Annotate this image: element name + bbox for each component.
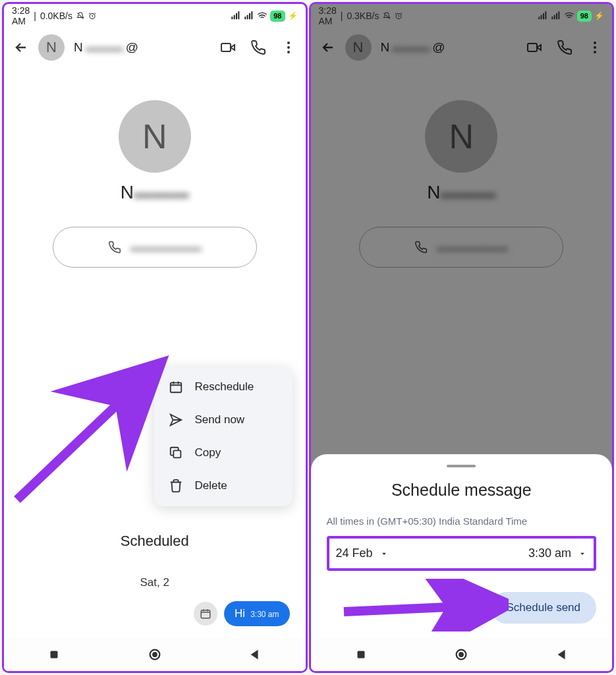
back-icon[interactable] [13,40,29,55]
video-call-icon[interactable] [526,40,542,55]
calendar-icon [169,380,183,394]
back-icon[interactable] [320,40,336,55]
svg-point-2 [287,42,290,44]
nav-bar [4,638,306,671]
wifi-icon [257,11,267,21]
trash-icon [169,479,183,493]
svg-point-16 [594,51,596,53]
header-name[interactable]: N▬▬▬ @ [74,40,138,55]
header-avatar[interactable]: N [38,34,65,61]
profile-name: N▬▬▬ [427,182,495,203]
scheduled-sheet: Scheduled Sat, 2 Hi 3:30 am [4,510,306,638]
chat-header: N N▬▬▬ @ [311,28,613,67]
nav-bar [311,638,613,671]
svg-rect-1 [221,44,231,51]
nav-recents-icon[interactable] [354,647,368,662]
svg-point-3 [287,46,290,49]
nav-home-icon[interactable] [454,647,468,662]
send-icon [169,413,183,427]
menu-send-now[interactable]: Send now [154,403,293,436]
chat-header: N N▬▬▬ @ [4,28,306,67]
copy-icon [169,446,183,460]
svg-point-15 [594,46,596,49]
header-avatar[interactable]: N [345,34,372,61]
wifi-icon [564,11,574,21]
phone-number-pill[interactable]: ▬▬▬▬▬▬ [53,227,257,268]
nav-back-icon[interactable] [555,647,569,662]
date-picker[interactable]: 24 Feb [336,546,389,560]
menu-copy[interactable]: Copy [154,436,293,469]
profile-name: N▬▬▬ [121,182,189,203]
svg-point-14 [594,42,596,44]
menu-delete[interactable]: Delete [154,469,293,502]
nav-back-icon[interactable] [248,647,262,662]
svg-point-20 [460,653,464,657]
status-time: 3:28 AM [319,5,337,26]
status-data: 0.0KB/s [40,11,72,21]
battery-badge: 98 [577,11,592,22]
scheduled-date: Sat, 2 [20,576,290,589]
profile-avatar[interactable]: N [119,100,191,173]
phone-number-pill[interactable]: ▬▬▬▬▬▬ [359,227,563,268]
voice-call-icon[interactable] [557,40,573,55]
schedule-sheet: Schedule message All times in (GMT+05:30… [311,454,613,638]
svg-rect-7 [173,450,181,457]
datetime-row: 24 Feb 3:30 am [327,536,597,571]
phone-left: 3:28 AM | 0.0KB/s 98 ⚡ N N▬▬▬ @ N [2,2,308,673]
signal-icon [231,11,241,21]
drag-handle[interactable] [447,465,476,467]
notification-off-icon [383,12,391,20]
svg-rect-5 [201,610,210,618]
scheduled-title: Scheduled [20,533,290,550]
profile-avatar[interactable]: N [425,100,497,173]
schedule-title: Schedule message [327,481,597,500]
signal-icon [538,11,548,21]
status-bar: 3:28 AM | 0.3KB/s 98 ⚡ [311,4,613,28]
nav-recents-icon[interactable] [47,647,61,662]
context-menu: Reschedule Send now Copy Delete [154,367,293,506]
more-icon[interactable] [281,40,296,55]
video-call-icon[interactable] [220,40,236,55]
status-bar: 3:28 AM | 0.0KB/s 98 ⚡ [4,4,306,28]
message-text: Hi [235,607,245,620]
svg-rect-13 [528,44,537,51]
svg-rect-18 [357,651,364,659]
phone-right: 3:28 AM | 0.3KB/s 98 ⚡ N N▬▬▬ @ N [309,2,615,673]
menu-reschedule[interactable]: Reschedule [154,370,293,403]
voice-call-icon[interactable] [250,40,266,55]
svg-point-11 [153,653,157,657]
chevron-down-icon [379,549,389,558]
timezone-label: All times in (GMT+05:30) India Standard … [327,514,597,528]
signal-icon-2 [244,11,254,21]
signal-icon-2 [551,11,561,21]
more-icon[interactable] [587,40,603,55]
status-time: 3:28 AM [12,5,30,26]
nav-home-icon[interactable] [148,647,162,662]
chevron-down-icon [578,549,587,558]
alarm-icon [88,12,96,20]
notification-off-icon [76,12,84,20]
status-data: 0.3KB/s [347,11,379,21]
message-time: 3:30 am [250,610,279,619]
alarm-icon [395,12,403,20]
svg-rect-6 [170,383,181,393]
header-name[interactable]: N▬▬▬ @ [381,40,445,55]
time-picker[interactable]: 3:30 am [528,546,587,560]
battery-badge: 98 [270,11,285,22]
schedule-chip-icon[interactable] [194,602,217,626]
schedule-send-button[interactable]: Schedule send [491,592,596,624]
svg-rect-9 [51,651,58,659]
message-bubble[interactable]: Hi 3:30 am [224,601,289,626]
svg-point-4 [287,51,290,53]
